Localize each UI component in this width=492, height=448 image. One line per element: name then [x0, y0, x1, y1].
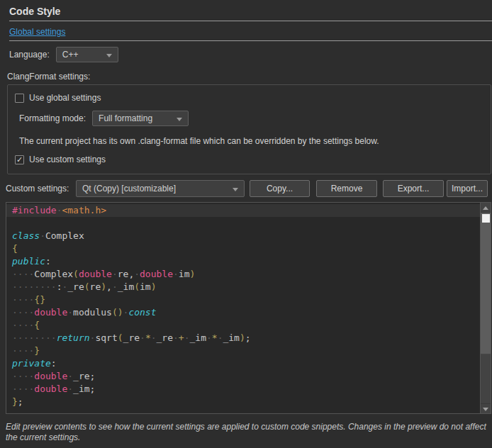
code-token: (	[118, 332, 123, 343]
code-token: <math.h>	[62, 205, 106, 215]
custom-settings-label: Custom settings:	[6, 184, 69, 194]
code-token: )	[151, 281, 157, 292]
code-token: double	[140, 269, 173, 279]
code-line: ····{	[6, 319, 479, 332]
code-token: ·	[173, 269, 179, 279]
scroll-up-button[interactable]	[481, 203, 491, 213]
scroll-down-button[interactable]	[481, 403, 491, 413]
code-token: ····	[12, 294, 34, 305]
code-token: ·	[67, 371, 73, 381]
cursor-position-marker	[482, 214, 490, 223]
code-token: ·	[112, 281, 118, 292]
code-token: *	[212, 332, 218, 343]
code-token: re	[118, 269, 129, 279]
code-line: ····}	[6, 345, 479, 357]
chevron-down-icon	[177, 118, 182, 121]
code-content[interactable]: #include·<math.h>class·Complex{public:··…	[6, 204, 479, 408]
use-global-settings-checkbox[interactable]	[15, 94, 24, 103]
remove-button[interactable]: Remove	[316, 180, 377, 197]
page-title: Code Style	[9, 6, 60, 17]
code-token: ·	[112, 269, 118, 279]
code-token: ·	[151, 332, 157, 343]
code-line: ····double·modulus()·const	[6, 306, 479, 319]
code-token: ····	[12, 345, 34, 356]
code-token: #include	[12, 205, 57, 215]
code-token: {}	[34, 294, 45, 305]
code-token: {	[12, 243, 18, 254]
copy-button[interactable]: Copy...	[250, 180, 310, 197]
custom-settings-select[interactable]: Qt (Copy) [customizable]	[76, 180, 245, 197]
code-line: };	[6, 396, 479, 408]
code-token: Complex	[45, 230, 84, 241]
code-token: modulus	[73, 307, 112, 318]
code-token: private	[12, 358, 51, 369]
code-line: class·Complex	[6, 230, 479, 242]
use-global-settings-checkbox-row[interactable]: Use global settings	[15, 93, 101, 103]
export-button[interactable]: Export...	[383, 180, 444, 197]
code-token: ····	[12, 371, 34, 381]
language-select[interactable]: C++	[56, 47, 118, 62]
code-token: (	[134, 281, 140, 292]
clang-format-info-text: The current project has its own .clang-f…	[19, 136, 379, 146]
clangformat-group-label: ClangFormat settings:	[7, 72, 90, 82]
scrollbar-thumb[interactable]	[481, 213, 491, 354]
code-token: const	[128, 307, 156, 318]
use-custom-settings-checkbox-row[interactable]: ✓ Use custom settings	[15, 155, 106, 164]
vertical-scrollbar[interactable]	[480, 203, 491, 413]
code-token: double	[34, 371, 67, 381]
language-label: Language:	[9, 50, 50, 60]
code-token: _re	[157, 332, 173, 343]
code-token: ;	[18, 396, 23, 407]
code-token: ;	[90, 371, 96, 381]
code-token: _im	[190, 332, 206, 343]
code-token: class	[12, 230, 40, 241]
formatting-mode-label: Formatting mode:	[19, 113, 86, 123]
use-global-settings-label: Use global settings	[29, 93, 101, 103]
code-line: #include·<math.h>	[6, 204, 479, 217]
code-token: im	[179, 269, 190, 279]
chevron-down-icon	[106, 54, 112, 57]
code-token: double	[79, 269, 112, 279]
code-line: private:	[6, 357, 479, 370]
code-line: ····double·_im;	[6, 383, 479, 396]
code-line: ········:·_re(re),·_im(im)	[6, 281, 479, 293]
code-token: ()	[112, 307, 123, 318]
chevron-down-icon	[233, 188, 238, 191]
code-token: public	[12, 256, 45, 267]
import-button[interactable]: Import...	[447, 180, 488, 197]
clangformat-groupbox: Use global settings Formatting mode: Ful…	[7, 84, 491, 174]
code-token: )	[101, 281, 106, 292]
code-token: )	[190, 269, 196, 279]
code-token: _im	[223, 332, 239, 343]
code-token: +	[179, 332, 184, 343]
code-line: ····Complex(double·re,·double·im)	[6, 268, 479, 281]
code-token: ·	[184, 332, 190, 343]
formatting-mode-select-value: Full formatting	[99, 113, 152, 123]
code-line: ········return·sqrt(_re·*·_re·+·_im·*·_i…	[6, 332, 479, 345]
code-token: }	[12, 396, 18, 407]
formatting-mode-select[interactable]: Full formatting	[92, 111, 189, 126]
code-token: _re	[67, 281, 84, 292]
custom-settings-select-value: Qt (Copy) [customizable]	[82, 184, 176, 194]
code-token: :	[45, 256, 51, 267]
arrow-down-icon	[483, 408, 488, 411]
code-token: ,	[106, 281, 112, 292]
code-token: ·	[173, 332, 179, 343]
link-separator	[9, 40, 492, 41]
code-preview-editor[interactable]: #include·<math.h>class·Complex{public:··…	[6, 202, 491, 414]
code-token: {	[34, 320, 40, 330]
arrow-up-icon	[483, 206, 488, 210]
code-token: re	[90, 281, 101, 292]
code-token: (	[73, 269, 79, 279]
code-token: return	[57, 332, 90, 343]
code-token: ········	[12, 332, 57, 343]
language-select-value: C++	[62, 50, 79, 60]
code-token: ·	[67, 307, 73, 318]
code-token: double	[34, 307, 67, 318]
code-token: ·	[40, 230, 45, 241]
code-token: double	[34, 383, 67, 394]
code-line: ····{}	[6, 293, 479, 306]
global-settings-link[interactable]: Global settings	[9, 27, 65, 37]
preview-help-text: Edit preview contents to see how the cur…	[6, 422, 488, 443]
use-custom-settings-checkbox[interactable]: ✓	[15, 155, 24, 164]
